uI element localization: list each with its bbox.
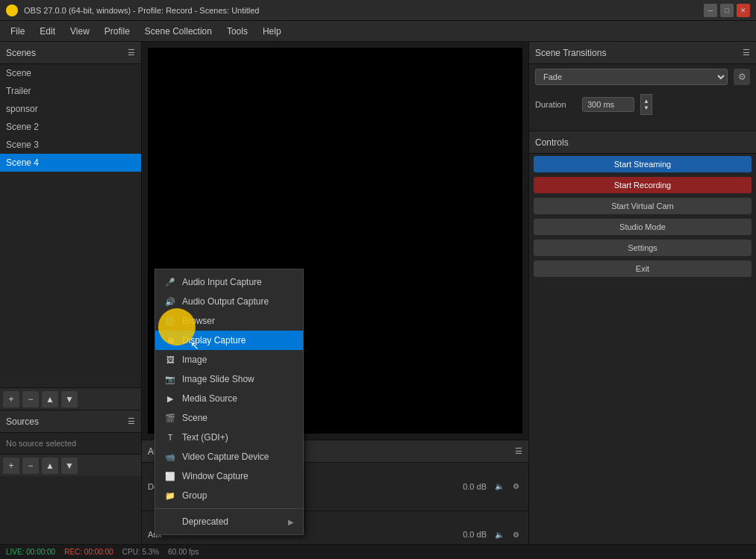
- controls-panel: Controls Start Streaming Start Recording…: [529, 131, 756, 559]
- context-menu: 🎤 Audio Input Capture 🔊 Audio Output Cap…: [154, 269, 304, 535]
- app-icon: [6, 4, 18, 16]
- audio-mixer-icons: ☰: [515, 446, 522, 456]
- ctx-deprecated[interactable]: Deprecated ▶: [155, 512, 303, 531]
- track-desktop-icons: 🔈 ⚙: [493, 480, 522, 493]
- scenes-header: Scenes ☰: [0, 42, 141, 64]
- menu-profile[interactable]: Profile: [97, 23, 137, 40]
- scenes-toolbar: + − ▲ ▼: [0, 387, 141, 410]
- move-source-down-button[interactable]: ▼: [61, 457, 78, 474]
- statusbar: LIVE: 00:00:00 REC: 00:00:00 CPU: 5.3% 6…: [0, 544, 756, 559]
- ctx-image-slideshow[interactable]: 📷 Image Slide Show: [155, 369, 303, 389]
- status-rec: REC: 00:00:00: [64, 548, 113, 556]
- ctx-video-capture[interactable]: 📹 Video Capture Device: [155, 447, 303, 466]
- menu-view[interactable]: View: [63, 23, 97, 40]
- transitions-menu-icon[interactable]: ☰: [743, 48, 750, 57]
- ctx-media-label: Media Source: [182, 393, 237, 404]
- track-aux-slider[interactable]: 🔈: [493, 528, 506, 541]
- ctx-text-label: Text (GDI+): [182, 432, 228, 443]
- menu-scene-collection[interactable]: Scene Collection: [137, 23, 219, 40]
- ctx-scene-label: Scene: [182, 413, 207, 423]
- status-fps: 60.00 fps: [168, 548, 199, 556]
- start-virtual-cam-button[interactable]: Start Virtual Cam: [534, 198, 752, 214]
- window-controls: ─ □ ✕: [704, 4, 750, 17]
- minimize-button[interactable]: ─: [704, 4, 717, 17]
- ctx-group[interactable]: 📁 Group: [155, 486, 303, 505]
- sources-title: Sources: [6, 416, 39, 427]
- move-source-up-button[interactable]: ▲: [42, 457, 58, 474]
- window-title: OBS 27.0.0 (64-bit, windows) - Profile: …: [24, 6, 704, 15]
- add-scene-button[interactable]: +: [3, 391, 19, 407]
- track-desktop-db: 0.0 dB: [453, 482, 487, 491]
- sources-status: No source selected: [0, 433, 141, 454]
- add-source-button[interactable]: +: [3, 457, 19, 474]
- ctx-media-source[interactable]: ▶ Media Source: [155, 389, 303, 408]
- scenes-panel: Scenes ☰ Scene Trailer sponsor Scene 2 S…: [0, 42, 141, 410]
- scene-item-scene[interactable]: Scene: [0, 64, 141, 82]
- ctx-group-label: Group: [182, 490, 207, 501]
- titlebar: OBS 27.0.0 (64-bit, windows) - Profile: …: [0, 0, 756, 21]
- studio-mode-button[interactable]: Studio Mode: [534, 219, 752, 235]
- menu-file[interactable]: File: [3, 23, 32, 40]
- ctx-browser[interactable]: 🌐 Browser: [155, 311, 303, 331]
- status-cpu: CPU: 5.3%: [122, 548, 159, 556]
- menu-help[interactable]: Help: [255, 23, 289, 40]
- scene-icon: 🎬: [164, 412, 176, 424]
- ctx-video-label: Video Capture Device: [182, 452, 269, 462]
- track-desktop-slider[interactable]: 🔈: [493, 480, 506, 493]
- scene-item-trailer[interactable]: Trailer: [0, 82, 141, 100]
- left-panel: Scenes ☰ Scene Trailer sponsor Scene 2 S…: [0, 42, 142, 559]
- duration-spin[interactable]: ▲ ▼: [640, 94, 652, 115]
- transitions-title: Scene Transitions: [535, 48, 606, 58]
- ctx-slideshow-label: Image Slide Show: [182, 374, 254, 384]
- maximize-button[interactable]: □: [720, 4, 734, 17]
- remove-source-button[interactable]: −: [22, 457, 39, 474]
- scene-item-scene3[interactable]: Scene 3: [0, 136, 141, 154]
- browser-icon: 🌐: [164, 315, 176, 327]
- sources-menu-icon[interactable]: ☰: [128, 416, 135, 426]
- menu-tools[interactable]: Tools: [219, 23, 255, 40]
- scene-item-scene2[interactable]: Scene 2: [0, 118, 141, 136]
- text-icon: T: [164, 431, 176, 443]
- remove-scene-button[interactable]: −: [22, 391, 39, 407]
- ctx-display-label: Display Capture: [182, 335, 246, 346]
- ctx-image[interactable]: 🖼 Image: [155, 350, 303, 369]
- ctx-audio-input-label: Audio Input Capture: [182, 277, 262, 287]
- ctx-image-label: Image: [182, 355, 207, 365]
- close-button[interactable]: ✕: [737, 4, 750, 17]
- right-panel: Scene Transitions ☰ Fade Cut ⚙ Duration …: [528, 42, 756, 559]
- ctx-text-gdi[interactable]: T Text (GDI+): [155, 428, 303, 447]
- ctx-audio-output[interactable]: 🔊 Audio Output Capture: [155, 292, 303, 311]
- ctx-display-capture[interactable]: 🖥 Display Capture: [155, 331, 303, 350]
- track-desktop-gear[interactable]: ⚙: [509, 480, 522, 493]
- ctx-window-label: Window Capture: [182, 471, 249, 481]
- settings-button[interactable]: Settings: [534, 240, 752, 256]
- sources-header: Sources ☰: [0, 410, 141, 433]
- exit-button[interactable]: Exit: [534, 260, 752, 277]
- ctx-audio-input[interactable]: 🎤 Audio Input Capture: [155, 272, 303, 292]
- ctx-window-capture[interactable]: ⬜ Window Capture: [155, 466, 303, 486]
- transitions-header: Scene Transitions ☰: [529, 42, 756, 64]
- slideshow-icon: 📷: [164, 373, 176, 385]
- start-recording-button[interactable]: Start Recording: [534, 177, 752, 193]
- ctx-deprecated-label: Deprecated: [182, 516, 228, 527]
- track-aux-gear[interactable]: ⚙: [509, 528, 522, 541]
- status-live: LIVE: 00:00:00: [6, 548, 55, 556]
- camera-icon: 📹: [164, 451, 176, 463]
- scene-item-sponsor[interactable]: sponsor: [0, 100, 141, 118]
- display-icon: 🖥: [164, 334, 176, 346]
- audio-mixer-menu-icon[interactable]: ☰: [515, 446, 522, 456]
- ctx-scene[interactable]: 🎬 Scene: [155, 408, 303, 428]
- move-scene-down-button[interactable]: ▼: [61, 391, 78, 407]
- scenes-menu-icon[interactable]: ☰: [128, 48, 135, 57]
- controls-title: Controls: [535, 137, 569, 148]
- start-streaming-button[interactable]: Start Streaming: [534, 156, 752, 172]
- move-scene-up-button[interactable]: ▲: [42, 391, 58, 407]
- transitions-panel: Scene Transitions ☰ Fade Cut ⚙ Duration …: [529, 42, 756, 131]
- track-aux-db: 0.0 dB: [453, 530, 487, 539]
- controls-header: Controls: [529, 131, 756, 154]
- scene-item-scene4[interactable]: Scene 4: [0, 154, 141, 172]
- duration-input[interactable]: [582, 97, 634, 112]
- transition-gear-button[interactable]: ⚙: [734, 69, 750, 85]
- menu-edit[interactable]: Edit: [32, 23, 63, 40]
- transition-select[interactable]: Fade Cut: [535, 69, 728, 85]
